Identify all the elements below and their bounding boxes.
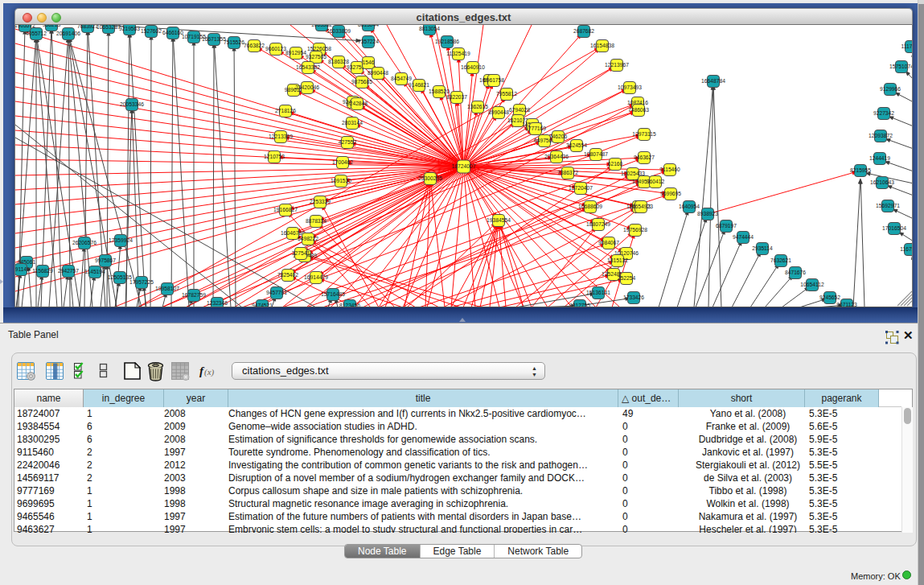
svg-text:1063382: 1063382 — [311, 25, 332, 27]
svg-text:252254: 252254 — [618, 275, 636, 281]
svg-text:9115460: 9115460 — [659, 167, 680, 172]
svg-text:7663822: 7663822 — [244, 43, 265, 48]
svg-text:7683921: 7683921 — [77, 25, 98, 29]
svg-text:1117533: 1117533 — [901, 43, 913, 49]
svg-text:11325419: 11325419 — [446, 51, 470, 56]
svg-text:9671123: 9671123 — [836, 302, 857, 307]
svg-text:2687682: 2687682 — [573, 28, 594, 34]
svg-text:17016504: 17016504 — [882, 225, 906, 231]
svg-text:1640954: 1640954 — [679, 204, 700, 209]
svg-text:8186328: 8186328 — [328, 59, 349, 64]
svg-text:7515526: 7515526 — [224, 39, 244, 45]
svg-text:10688609: 10688609 — [578, 204, 602, 209]
svg-text:9245652: 9245652 — [819, 295, 840, 300]
svg-text:8215955: 8215955 — [850, 167, 871, 173]
svg-text:15716485: 15716485 — [321, 291, 345, 297]
svg-text:20053346: 20053346 — [120, 101, 144, 107]
svg-text:7825402: 7825402 — [277, 272, 298, 278]
svg-text:9777169: 9777169 — [525, 126, 546, 131]
svg-text:16782759: 16782759 — [182, 292, 206, 298]
svg-text:17957225: 17957225 — [129, 279, 154, 285]
svg-text:7632621: 7632621 — [770, 257, 791, 263]
svg-text:391149: 391149 — [15, 266, 30, 272]
svg-text:7386372: 7386372 — [557, 170, 578, 175]
svg-text:8938923: 8938923 — [697, 211, 718, 216]
svg-text:12973115: 12973115 — [632, 131, 656, 137]
svg-text:2935114: 2935114 — [752, 245, 773, 251]
svg-text:7955812: 7955812 — [496, 91, 517, 97]
svg-text:17359924: 17359924 — [109, 237, 133, 243]
svg-text:12505135: 12505135 — [108, 274, 132, 280]
svg-text:1232346: 1232346 — [207, 300, 228, 306]
svg-text:9975867: 9975867 — [95, 257, 116, 263]
svg-text:1145194: 1145194 — [84, 269, 105, 274]
svg-text:23420046: 23420046 — [295, 84, 319, 90]
svg-text:2942757: 2942757 — [58, 268, 79, 274]
svg-text:1156829: 1156829 — [32, 268, 53, 274]
svg-text:1244419: 1244419 — [869, 155, 890, 161]
svg-text:1588520: 1588520 — [429, 89, 450, 94]
svg-text:9699695: 9699695 — [660, 191, 681, 196]
svg-text:5498222: 5498222 — [298, 236, 318, 241]
svg-text:6794028: 6794028 — [509, 107, 530, 113]
svg-text:16154838: 16154838 — [590, 43, 614, 48]
svg-text:8878334: 8878334 — [306, 218, 326, 224]
svg-text:746206: 746206 — [549, 134, 568, 139]
svg-text:19218586: 19218586 — [435, 39, 459, 44]
svg-text:(x): (x) — [204, 367, 215, 377]
svg-text:2803144: 2803144 — [342, 120, 363, 126]
svg-text:6879197: 6879197 — [716, 223, 737, 229]
svg-text:6961758: 6961758 — [483, 77, 504, 83]
svg-text:4055712: 4055712 — [26, 31, 47, 36]
svg-text:9875685: 9875685 — [351, 79, 372, 84]
svg-text:10973493: 10973493 — [618, 84, 642, 90]
svg-text:1210753: 1210753 — [264, 154, 285, 159]
svg-text:8912954: 8912954 — [285, 50, 306, 56]
svg-text:1700462: 1700462 — [332, 159, 353, 165]
svg-text:8990448: 8990448 — [368, 70, 388, 76]
svg-text:20691406: 20691406 — [56, 31, 80, 36]
svg-text:12093872: 12093872 — [869, 133, 893, 138]
svg-text:8454749: 8454749 — [391, 76, 412, 81]
svg-text:16671355: 16671355 — [202, 36, 226, 42]
svg-text:1527602: 1527602 — [141, 28, 162, 34]
svg-text:958213: 958213 — [43, 25, 61, 27]
svg-text:16640910: 16640910 — [461, 64, 485, 70]
svg-text:10807487: 10807487 — [584, 151, 608, 157]
svg-text:9227342: 9227342 — [873, 110, 894, 116]
svg-text:1815132: 1815132 — [607, 257, 628, 263]
svg-text:960412: 960412 — [647, 179, 665, 184]
svg-text:19384554: 19384554 — [487, 217, 511, 223]
svg-text:19958107: 19958107 — [155, 286, 179, 291]
svg-text:12213967: 12213967 — [605, 62, 629, 68]
svg-text:26206576: 26206576 — [72, 240, 97, 245]
svg-text:1091530: 1091530 — [331, 178, 351, 183]
svg-text:9457791: 9457791 — [266, 290, 287, 295]
svg-text:19654923: 19654923 — [629, 204, 653, 209]
svg-text:9219563: 9219563 — [119, 26, 140, 31]
svg-text:18807249: 18807249 — [586, 221, 610, 227]
svg-text:327541: 327541 — [292, 250, 310, 256]
svg-text:8322037: 8322037 — [446, 94, 467, 100]
svg-text:12213369: 12213369 — [269, 134, 293, 139]
svg-text:20364436: 20364436 — [544, 154, 569, 159]
svg-text:9327505: 9327505 — [306, 54, 326, 60]
svg-text:9242848: 9242848 — [347, 101, 368, 106]
svg-text:7486063: 7486063 — [628, 107, 649, 113]
svg-text:8990448: 8990448 — [488, 109, 509, 115]
svg-text:1167533: 1167533 — [900, 246, 913, 252]
svg-text:10654112: 10654112 — [800, 282, 824, 287]
svg-text:9463627: 9463627 — [634, 154, 655, 160]
svg-text:19756928: 19756928 — [623, 227, 647, 233]
svg-text:1362615: 1362615 — [467, 104, 488, 109]
svg-text:8471676: 8471676 — [785, 270, 806, 275]
svg-text:9146821: 9146821 — [409, 82, 429, 88]
svg-text:10653287: 10653287 — [97, 25, 121, 30]
svg-text:15136141: 15136141 — [586, 290, 610, 295]
svg-text:16648784: 16648784 — [701, 78, 725, 84]
svg-text:6466160: 6466160 — [162, 30, 183, 35]
svg-text:1733426: 1733426 — [623, 295, 644, 300]
svg-text:16210643: 16210643 — [870, 179, 894, 185]
svg-text:9660123: 9660123 — [265, 46, 286, 51]
svg-text:1546: 1546 — [363, 60, 375, 65]
